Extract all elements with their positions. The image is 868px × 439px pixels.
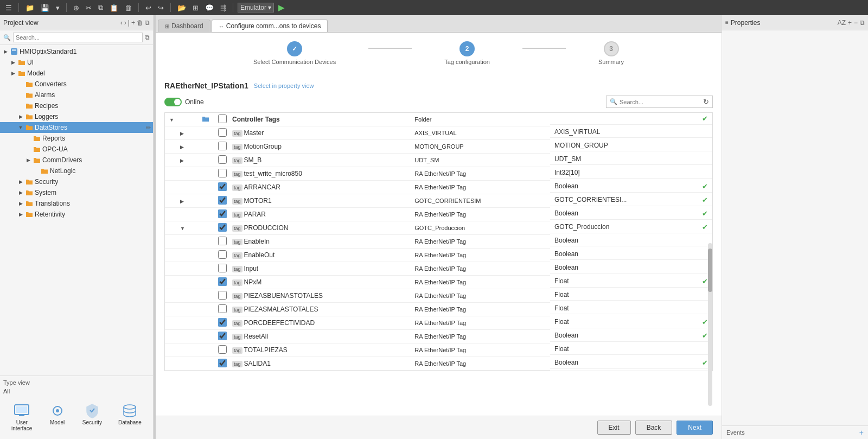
run-button[interactable]: ▶ [276,2,287,14]
table-row[interactable]: ▶tagMasterAXIS_VIRTUALAXIS_VIRTUAL [165,126,712,140]
next-button[interactable]: Next [676,421,713,435]
collapse-right-icon[interactable]: › [124,19,126,27]
grid-icon[interactable]: ⊞ [190,3,201,13]
undo-icon[interactable]: ↩ [143,3,154,13]
sidebar-item-model[interactable]: ▶Model [0,68,153,79]
sidebar-item-security[interactable]: ▶Security [0,176,153,187]
refresh-icon[interactable]: ↻ [703,98,709,106]
sidebar-item-alarms[interactable]: Alarms [0,90,153,100]
table-row[interactable]: tagPORCDEEFECTIVIDADRA EtherNet/IP TagFl… [165,316,712,330]
prop-expand-icon[interactable]: ⧉ [860,19,865,27]
events-add-icon[interactable]: + [859,428,864,437]
sidebar-item-converters[interactable]: Converters [0,79,153,90]
paste-icon[interactable]: 📋 [107,3,120,13]
table-row[interactable]: tagInputRA EtherNet/IP TagBoolean [165,262,712,276]
tree-expand-icon[interactable]: ▶ [2,49,9,54]
row-checkbox[interactable] [218,345,227,354]
row-checkbox-cell[interactable] [214,194,231,208]
sidebar-item-opc-ua[interactable]: OPC-UA [0,144,153,155]
table-scrollbar[interactable] [708,243,712,406]
row-checkbox-cell[interactable] [214,343,231,357]
row-checkbox-cell[interactable] [214,235,231,249]
row-checkbox[interactable] [218,223,227,232]
msg-icon[interactable]: 💬 [203,3,216,13]
expand-icon[interactable]: ▶ [169,131,184,136]
collapse-left-icon[interactable]: ‹ [120,19,123,27]
station-property-link[interactable]: Select in property view [254,82,314,89]
bottom-nav-security[interactable]: Security [78,401,106,434]
row-checkbox[interactable] [218,169,227,177]
row-checkbox[interactable] [218,250,227,259]
tab-1[interactable]: ↔Configure comm...ons to devices [212,20,328,32]
row-checkbox-cell[interactable] [214,330,231,343]
tree-expand-icon[interactable]: ▶ [17,201,24,206]
table-row[interactable]: tagTOTALPIEZASRA EtherNet/IP TagFloat [165,343,712,357]
bottom-nav-user-interface[interactable]: User interface [7,401,36,434]
tree-expand-icon[interactable]: ▶ [10,60,16,65]
sidebar-item-loggers[interactable]: ▶Loggers [0,111,153,122]
expand-icon[interactable]: ▼ [169,226,185,231]
cut-icon[interactable]: ✂ [84,3,94,13]
row-checkbox[interactable] [218,304,227,313]
more-icon[interactable]: ⧉ [145,19,150,27]
row-checkbox[interactable] [218,142,227,150]
row-checkbox-cell[interactable] [214,289,231,303]
row-checkbox-cell[interactable] [214,208,231,221]
table-row[interactable]: ▶tagSM_BUDT_SMUDT_SM [165,154,712,167]
add-sidebar-icon[interactable]: + [131,19,135,27]
row-checkbox[interactable] [218,209,227,218]
tab-0[interactable]: ⊞Dashboard [158,20,210,32]
row-checkbox-cell[interactable] [214,303,231,316]
table-row[interactable]: tagEnableOutRA EtherNet/IP TagBoolean [165,249,712,262]
online-toggle-switch[interactable] [164,98,182,106]
row-checkbox[interactable] [218,332,227,340]
table-row[interactable]: ▼tagPRODUCCIONGOTC_ProduccionGOTC_Produc… [165,221,712,235]
delete-sidebar-icon[interactable]: 🗑 [137,19,143,27]
expand-icon[interactable]: ▶ [169,199,184,204]
step-circle-1[interactable]: ✓ [287,41,302,56]
tree-expand-icon[interactable]: ▶ [10,71,16,76]
sidebar-item-ui[interactable]: ▶UI [0,57,153,68]
row-checkbox[interactable] [218,318,227,327]
bottom-nav-database[interactable]: Database [114,401,146,434]
row-checkbox-cell[interactable] [214,276,231,289]
sidebar-item-hmioptixstandard1[interactable]: ▶HMIOptixStandard1 [0,46,153,57]
delete-icon[interactable]: 🗑 [123,3,134,13]
tree-expand-icon[interactable]: ▼ [17,125,24,130]
row-checkbox[interactable] [218,264,227,272]
expand-icon[interactable]: ▶ [169,158,184,163]
row-checkbox[interactable] [218,237,227,245]
expand-icon[interactable]: ▼ [169,117,174,123]
row-checkbox-cell[interactable] [214,167,231,181]
prop-sort-icon[interactable]: AZ [838,19,846,27]
add-icon[interactable]: ⊕ [71,3,81,13]
row-checkbox[interactable] [218,182,227,191]
sidebar-item-netlogic[interactable]: NetLogic [0,166,153,176]
bottom-nav-model[interactable]: Model [44,401,71,434]
row-checkbox-cell[interactable] [214,262,231,276]
tree-expand-icon[interactable]: ▶ [25,157,31,163]
sidebar-item-translations[interactable]: ▶Translations [0,198,153,209]
project-icon[interactable]: 📁 [23,3,36,13]
exit-button[interactable]: Exit [597,421,631,435]
tree-expand-icon[interactable]: ▶ [17,179,24,184]
table-row[interactable]: ▶tagMOTOR1GOTC_CORRIENTESIMGOTC_CORRIENT… [165,194,712,208]
row-checkbox-cell[interactable] [214,140,231,154]
table-row[interactable]: tagtest_write_micro850RA EtherNet/IP Tag… [165,167,712,181]
row-checkbox[interactable] [218,291,227,300]
table-row[interactable]: tagARRANCARRA EtherNet/IP TagBoolean✔ [165,181,712,194]
table-row[interactable]: ▶tagMotionGroupMOTION_GROUPMOTION_GROUP [165,140,712,154]
table-row[interactable]: tagEnableInRA EtherNet/IP TagBoolean [165,235,712,249]
sidebar-item-datastores[interactable]: ▼DataStores✏ [0,122,153,133]
scrollbar-thumb[interactable] [708,249,712,292]
row-checkbox[interactable] [218,128,227,137]
tree-edit-icon[interactable]: ✏ [146,124,151,131]
table-row[interactable]: tagPIEZASMALASTOTALESRA EtherNet/IP TagF… [165,303,712,316]
sidebar-item-retentivity[interactable]: ▶Retentivity [0,209,153,220]
sidebar-item-commdrivers[interactable]: ▶CommDrivers [0,155,153,166]
table-row[interactable]: tagResetAllRA EtherNet/IP TagBoolean✔ [165,330,712,343]
row-checkbox-cell[interactable] [214,181,231,194]
table-row[interactable]: ▼Controller TagsFolder✔ [165,113,712,126]
row-checkbox-cell[interactable] [214,221,231,235]
emulator-dropdown[interactable]: Emulator ▾ [238,3,274,12]
